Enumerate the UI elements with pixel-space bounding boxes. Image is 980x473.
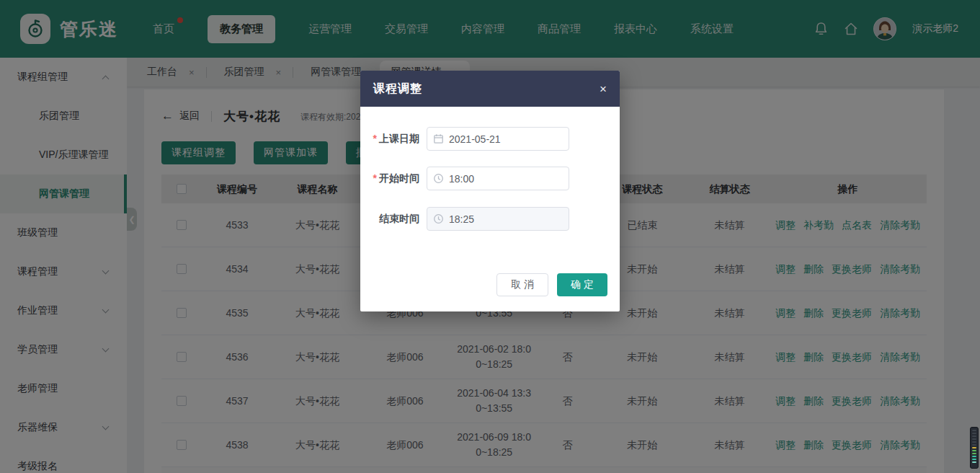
minimap-line — [972, 450, 976, 451]
course-adjust-modal: 课程调整 × *上课日期2021-05-21*开始时间18:00结束时间18:2… — [360, 71, 620, 311]
field-value: 2021-05-21 — [449, 133, 501, 145]
required-asterisk: * — [373, 133, 377, 144]
confirm-button[interactable]: 确 定 — [557, 273, 607, 296]
minimap-line — [972, 430, 976, 431]
minimap-line — [972, 438, 976, 440]
field-label: *上课日期 — [360, 133, 419, 146]
modal-title: 课程调整 — [373, 81, 422, 97]
minimap-line — [972, 447, 976, 448]
clock-icon — [433, 173, 444, 184]
app-root: 管乐迷 首页教务管理运营管理交易管理内容管理商品管理报表中心系统设置 — [0, 0, 980, 473]
modal-footer: 取 消 确 定 — [496, 273, 607, 296]
form-row-1: *上课日期2021-05-21 — [360, 127, 620, 151]
field-value: 18:25 — [449, 213, 474, 225]
minimap-line — [972, 461, 976, 463]
field-value: 18:00 — [449, 173, 474, 185]
field-label-text: 结束时间 — [379, 213, 419, 224]
minimap-line — [972, 433, 976, 434]
clock-icon — [433, 213, 444, 224]
required-asterisk: * — [373, 172, 377, 184]
cancel-button[interactable]: 取 消 — [496, 273, 548, 296]
modal-header: 课程调整 × — [360, 71, 620, 107]
field-input-1[interactable]: 2021-05-21 — [427, 127, 569, 151]
minimap-line — [972, 444, 976, 446]
minimap-line — [972, 453, 976, 454]
field-input-3: 18:25 — [427, 207, 569, 231]
calendar-icon — [433, 133, 444, 144]
minimap-line — [972, 459, 976, 460]
field-label-text: 上课日期 — [379, 133, 419, 144]
field-label: 结束时间 — [360, 213, 419, 226]
scroll-minimap[interactable] — [970, 427, 979, 469]
field-label: *开始时间 — [360, 172, 419, 185]
minimap-line — [972, 436, 976, 437]
form-row-3: 结束时间18:25 — [360, 207, 620, 231]
close-icon[interactable]: × — [600, 83, 607, 95]
field-input-2[interactable]: 18:00 — [427, 167, 569, 190]
minimap-line — [972, 441, 976, 443]
minimap-line — [972, 456, 976, 457]
field-label-text: 开始时间 — [379, 172, 419, 184]
form-row-2: *开始时间18:00 — [360, 167, 620, 190]
